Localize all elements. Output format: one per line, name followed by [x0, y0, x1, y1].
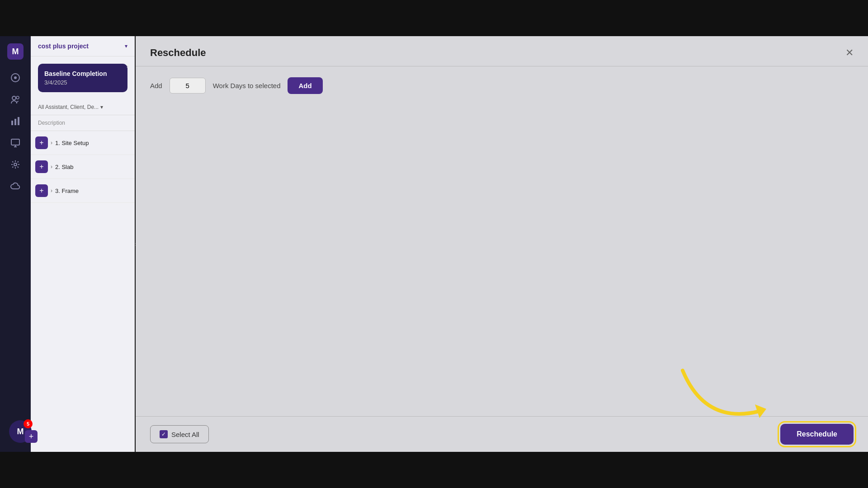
task-add-btn-3[interactable]: + — [35, 184, 48, 197]
reschedule-modal: Reschedule ✕ Add Work Days to selected A… — [136, 36, 868, 452]
team-icon[interactable] — [6, 90, 24, 108]
table-header-label: Description — [38, 120, 65, 126]
filter-row[interactable]: All Assistant, Client, De... ▾ — [31, 99, 135, 115]
modal-close-button[interactable]: ✕ — [845, 48, 854, 58]
baseline-date: 3/4/2025 — [44, 79, 121, 86]
left-panel: cost plus project ▾ Baseline Completion … — [31, 36, 135, 452]
task-name-3: 3. Frame — [55, 188, 79, 194]
task-list: + › 1. Site Setup + › 2. Slab + › 3. Fra… — [31, 131, 135, 203]
task-row: + › 1. Site Setup — [31, 131, 135, 155]
filter-button[interactable]: All Assistant, Client, De... ▾ — [38, 104, 103, 110]
task-chevron-2[interactable]: › — [51, 164, 52, 170]
add-days-button[interactable]: Add — [288, 77, 322, 94]
svg-rect-7 — [14, 119, 16, 125]
monitor-icon[interactable] — [6, 134, 24, 152]
modal-footer: ✓ Select All Reschedule — [136, 416, 868, 452]
notification-count: 5 — [24, 419, 33, 428]
svg-point-3 — [14, 76, 17, 79]
task-name-2: 2. Slab — [55, 164, 73, 170]
select-all-checkbox-icon: ✓ — [160, 430, 168, 438]
project-dropdown-icon[interactable]: ▾ — [125, 43, 127, 49]
settings-icon[interactable] — [6, 155, 24, 174]
modal-overlay: Reschedule ✕ Add Work Days to selected A… — [136, 36, 868, 452]
add-floating-button[interactable]: + — [25, 430, 38, 443]
chart-icon[interactable] — [6, 112, 24, 130]
task-row: + › 3. Frame — [31, 179, 135, 203]
svg-rect-9 — [11, 139, 19, 145]
svg-point-4 — [12, 96, 16, 100]
cloud-icon[interactable] — [6, 177, 24, 195]
reschedule-button[interactable]: Reschedule — [780, 424, 854, 445]
add-label: Add — [150, 82, 162, 89]
dashboard-icon[interactable] — [6, 69, 24, 87]
days-input[interactable] — [170, 78, 206, 94]
filter-label: All Assistant, Client, De... — [38, 104, 99, 110]
app-logo[interactable]: M — [7, 43, 24, 60]
task-name-1: 1. Site Setup — [55, 140, 89, 146]
svg-text:M: M — [12, 47, 19, 56]
task-add-btn-1[interactable]: + — [35, 136, 48, 149]
task-row: + › 2. Slab — [31, 155, 135, 179]
baseline-expand-icon[interactable]: › — [127, 63, 128, 70]
svg-rect-8 — [18, 117, 19, 125]
table-header: Description — [31, 115, 135, 131]
baseline-card: Baseline Completion 3/4/2025 — [38, 64, 127, 92]
filter-chevron-icon: ▾ — [100, 104, 103, 110]
sidebar: M — [0, 36, 31, 452]
svg-point-5 — [16, 96, 19, 99]
add-days-row: Add Work Days to selected Add — [150, 77, 854, 94]
modal-body: Add Work Days to selected Add — [136, 66, 868, 416]
project-header: cost plus project ▾ — [31, 36, 135, 56]
task-chevron-1[interactable]: › — [51, 140, 52, 146]
task-add-btn-2[interactable]: + — [35, 160, 48, 173]
svg-point-10 — [14, 163, 17, 166]
modal-title: Reschedule — [150, 47, 206, 59]
project-title: cost plus project — [38, 42, 89, 50]
svg-rect-6 — [11, 121, 13, 125]
modal-header: Reschedule ✕ — [136, 36, 868, 66]
task-chevron-3[interactable]: › — [51, 188, 52, 194]
svg-text:M: M — [17, 427, 24, 436]
select-all-button[interactable]: ✓ Select All — [150, 425, 209, 443]
select-all-label: Select All — [171, 431, 199, 438]
baseline-title: Baseline Completion — [44, 70, 121, 77]
work-days-label: Work Days to selected — [213, 82, 281, 89]
